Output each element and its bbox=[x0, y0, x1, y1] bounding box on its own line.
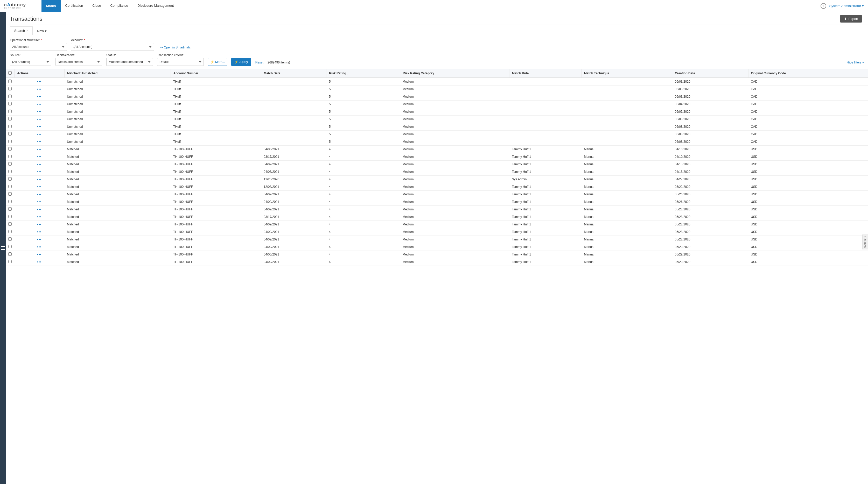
row-checkbox-cell[interactable] bbox=[6, 198, 14, 206]
row-actions-cell[interactable]: ••• bbox=[14, 251, 65, 258]
user-menu[interactable]: System Administrator ▾ bbox=[829, 4, 864, 8]
operational-structure-select[interactable]: All Accounts bbox=[10, 43, 67, 51]
row-checkbox-cell[interactable] bbox=[6, 78, 14, 86]
row-actions-dots[interactable]: ••• bbox=[37, 200, 42, 204]
nav-item-compliance[interactable]: Compliance bbox=[105, 0, 133, 12]
row-actions-cell[interactable]: ••• bbox=[14, 100, 65, 108]
row-actions-cell[interactable]: ••• bbox=[14, 131, 65, 138]
row-actions-cell[interactable]: ••• bbox=[14, 228, 65, 236]
row-actions-dots[interactable]: ••• bbox=[37, 215, 42, 219]
row-actions-dots[interactable]: ••• bbox=[37, 109, 42, 114]
row-checkbox-cell[interactable] bbox=[6, 183, 14, 191]
row-checkbox-cell[interactable] bbox=[6, 131, 14, 138]
row-checkbox[interactable] bbox=[8, 222, 12, 226]
row-checkbox[interactable] bbox=[8, 260, 12, 263]
debits-credits-select[interactable]: Debits and credits Debits only Credits o… bbox=[56, 58, 102, 66]
row-checkbox[interactable] bbox=[8, 230, 12, 233]
row-actions-dots[interactable]: ••• bbox=[37, 87, 42, 91]
row-checkbox-cell[interactable] bbox=[6, 161, 14, 168]
row-actions-cell[interactable]: ••• bbox=[14, 138, 65, 146]
row-checkbox-cell[interactable] bbox=[6, 236, 14, 243]
row-checkbox-cell[interactable] bbox=[6, 116, 14, 123]
row-checkbox[interactable] bbox=[8, 245, 12, 248]
row-checkbox-cell[interactable] bbox=[6, 100, 14, 108]
row-actions-cell[interactable]: ••• bbox=[14, 221, 65, 228]
hide-filters-link[interactable]: Hide filters ▾ bbox=[847, 61, 864, 66]
account-select[interactable]: (All Accounts) bbox=[71, 43, 154, 51]
row-actions-dots[interactable]: ••• bbox=[37, 192, 42, 196]
row-actions-cell[interactable]: ••• bbox=[14, 191, 65, 198]
more-button[interactable]: ⚡ More... bbox=[208, 58, 227, 66]
row-actions-dots[interactable]: ••• bbox=[37, 140, 42, 144]
row-checkbox[interactable] bbox=[8, 185, 12, 188]
row-actions-dots[interactable]: ••• bbox=[37, 252, 42, 257]
row-checkbox[interactable] bbox=[8, 155, 12, 158]
row-checkbox[interactable] bbox=[8, 87, 12, 90]
row-checkbox[interactable] bbox=[8, 95, 12, 98]
row-checkbox[interactable] bbox=[8, 147, 12, 151]
row-actions-cell[interactable]: ••• bbox=[14, 86, 65, 93]
row-checkbox-cell[interactable] bbox=[6, 206, 14, 213]
export-button[interactable]: ⬆ Export bbox=[840, 15, 862, 23]
row-actions-dots[interactable]: ••• bbox=[37, 147, 42, 151]
nav-item-close[interactable]: Close bbox=[88, 0, 105, 12]
apply-button[interactable]: ⚡ Apply bbox=[231, 58, 251, 66]
row-actions-dots[interactable]: ••• bbox=[37, 237, 42, 241]
row-actions-cell[interactable]: ••• bbox=[14, 108, 65, 116]
sidebar-toggle[interactable] bbox=[0, 12, 6, 266]
row-actions-cell[interactable]: ••• bbox=[14, 258, 65, 266]
smartmatch-link[interactable]: ⇢ Open in Smartmatch bbox=[160, 45, 192, 51]
row-checkbox-cell[interactable] bbox=[6, 86, 14, 93]
nav-item-certification[interactable]: Certification bbox=[61, 0, 88, 12]
row-checkbox-cell[interactable] bbox=[6, 138, 14, 146]
row-checkbox-cell[interactable] bbox=[6, 93, 14, 100]
row-actions-cell[interactable]: ••• bbox=[14, 93, 65, 100]
row-actions-cell[interactable]: ••• bbox=[14, 161, 65, 168]
row-checkbox-cell[interactable] bbox=[6, 191, 14, 198]
row-actions-cell[interactable]: ••• bbox=[14, 198, 65, 206]
row-checkbox[interactable] bbox=[8, 109, 12, 113]
transaction-criteria-select[interactable]: Default bbox=[157, 58, 204, 66]
row-actions-dots[interactable]: ••• bbox=[37, 79, 42, 84]
row-checkbox[interactable] bbox=[8, 162, 12, 166]
row-checkbox[interactable] bbox=[8, 215, 12, 218]
row-checkbox[interactable] bbox=[8, 102, 12, 105]
row-checkbox[interactable] bbox=[8, 117, 12, 121]
header-match-date[interactable]: Match Date bbox=[261, 69, 327, 78]
header-creation-date[interactable]: Creation Date bbox=[672, 69, 748, 78]
nav-item-disclosure-management[interactable]: Disclosure Management bbox=[133, 0, 178, 12]
row-checkbox[interactable] bbox=[8, 140, 12, 143]
row-actions-dots[interactable]: ••• bbox=[37, 95, 42, 99]
row-checkbox[interactable] bbox=[8, 200, 12, 203]
row-actions-dots[interactable]: ••• bbox=[37, 230, 42, 234]
row-actions-dots[interactable]: ••• bbox=[37, 155, 42, 159]
row-checkbox-cell[interactable] bbox=[6, 258, 14, 266]
row-actions-dots[interactable]: ••• bbox=[37, 125, 42, 129]
row-actions-dots[interactable]: ••• bbox=[37, 170, 42, 174]
header-account-number[interactable]: Account Number bbox=[170, 69, 261, 78]
columns-toggle[interactable]: Columns bbox=[862, 234, 868, 249]
row-actions-cell[interactable]: ••• bbox=[14, 176, 65, 183]
row-actions-dots[interactable]: ••• bbox=[37, 132, 42, 136]
row-actions-dots[interactable]: ••• bbox=[37, 207, 42, 212]
row-checkbox[interactable] bbox=[8, 237, 12, 241]
header-matched-unmatched[interactable]: Matched/Unmatched bbox=[64, 69, 170, 78]
row-actions-dots[interactable]: ••• bbox=[37, 185, 42, 189]
row-checkbox-cell[interactable] bbox=[6, 251, 14, 258]
row-actions-cell[interactable]: ••• bbox=[14, 236, 65, 243]
row-checkbox-cell[interactable] bbox=[6, 176, 14, 183]
row-actions-cell[interactable]: ••• bbox=[14, 123, 65, 131]
header-match-technique[interactable]: Match Technique bbox=[582, 69, 672, 78]
header-original-currency-code[interactable]: Original Currency Code bbox=[748, 69, 868, 78]
row-checkbox-cell[interactable] bbox=[6, 168, 14, 176]
row-checkbox-cell[interactable] bbox=[6, 228, 14, 236]
row-checkbox[interactable] bbox=[8, 132, 12, 135]
nav-item-match[interactable]: Match bbox=[41, 0, 61, 12]
row-actions-cell[interactable]: ••• bbox=[14, 243, 65, 251]
row-actions-cell[interactable]: ••• bbox=[14, 116, 65, 123]
select-all-checkbox[interactable] bbox=[8, 71, 12, 75]
row-actions-dots[interactable]: ••• bbox=[37, 117, 42, 121]
header-checkbox[interactable] bbox=[6, 69, 14, 78]
row-checkbox-cell[interactable] bbox=[6, 221, 14, 228]
row-checkbox-cell[interactable] bbox=[6, 146, 14, 153]
